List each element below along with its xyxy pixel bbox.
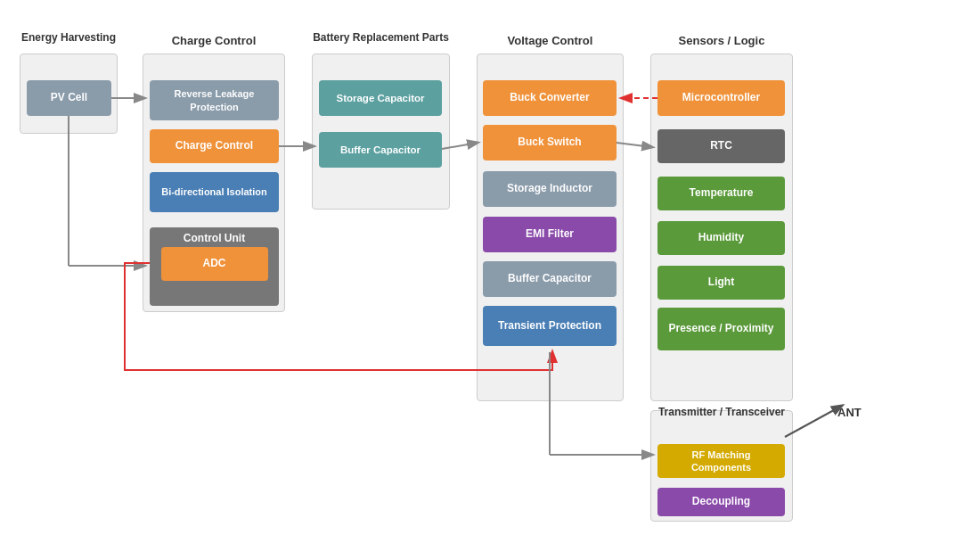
control-unit-bg: Control Unit ADC (150, 227, 279, 306)
buck-converter-block: Buck Converter (483, 80, 617, 116)
pv-cell-block: PV Cell (27, 80, 111, 116)
storage-capacitor-block: Storage Capacitor (319, 80, 442, 116)
diagram: Energy Harvesting Charge Control Battery… (0, 0, 980, 535)
sensors-logic-label: Sensors / Logic (650, 34, 793, 47)
rf-matching-block: RF Matching Components (657, 444, 785, 478)
adc-block: ADC (161, 247, 268, 281)
reverse-leakage-block: Reverse Leakage Protection (150, 80, 279, 120)
energy-harvesting-label: Energy Harvesting (20, 31, 118, 45)
presence-block: Presence / Proximity (657, 308, 785, 350)
storage-inductor-block: Storage Inductor (483, 171, 617, 207)
voltage-control-label: Voltage Control (477, 34, 624, 47)
light-block: Light (657, 266, 785, 300)
humidity-block: Humidity (657, 221, 785, 255)
svg-line-9 (785, 406, 842, 437)
voltage-buffer-capacitor-block: Buffer Capacitor (483, 261, 617, 297)
bidirectional-block: Bi-directional Isolation (150, 172, 279, 212)
rtc-block: RTC (657, 129, 785, 163)
battery-replacement-label: Battery Replacement Parts (312, 31, 450, 45)
control-unit-label: Control Unit (150, 227, 279, 247)
charge-control-block: Charge Control (150, 129, 279, 163)
decoupling-block: Decoupling (657, 488, 785, 516)
transmitter-label: Transmitter / Transceiver (650, 406, 793, 420)
charge-control-label: Charge Control (143, 34, 285, 47)
microcontroller-block: Microcontroller (657, 80, 785, 116)
temperature-block: Temperature (657, 177, 785, 210)
transient-block: Transient Protection (483, 306, 617, 346)
emi-filter-block: EMI Filter (483, 217, 617, 252)
buck-switch-block: Buck Switch (483, 125, 617, 160)
ant-label: ANT (837, 406, 862, 419)
battery-buffer-capacitor-block: Buffer Capacitor (319, 132, 442, 168)
